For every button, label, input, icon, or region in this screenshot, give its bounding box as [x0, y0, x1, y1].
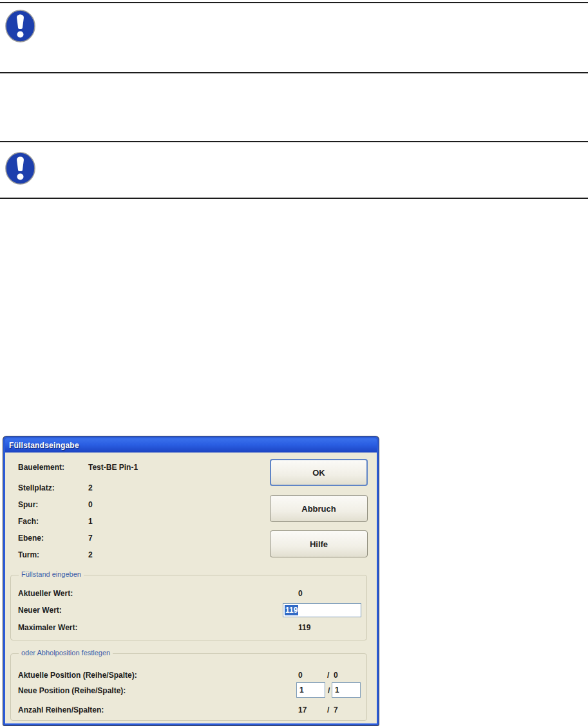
fach-label: Fach: — [18, 517, 39, 526]
neue-position-spalte-input[interactable] — [332, 682, 361, 698]
spur-value: 0 — [88, 500, 93, 509]
abbruch-button[interactable]: Abbruch — [270, 495, 368, 522]
fuellstandseingabe-dialog: Füllstandseingabe Bauelement: Test-BE Pi… — [3, 436, 379, 725]
stellplatz-label: Stellplatz: — [18, 483, 55, 492]
anzahl-label: Anzahl Reihen/Spalten: — [18, 705, 104, 714]
aktuelle-position-spalte-value: 0 — [334, 671, 338, 680]
separator-line — [0, 72, 588, 73]
slash-separator: / — [327, 671, 329, 680]
manual-page: { "page": { "note_icon": "exclamation-no… — [0, 0, 588, 728]
exclamation-notice-icon — [5, 152, 35, 185]
aktuelle-position-label: Aktuelle Position (Reihe/Spalte): — [18, 671, 137, 680]
maximaler-wert-label: Maximaler Wert: — [18, 623, 77, 632]
neuer-wert-label: Neuer Wert: — [18, 606, 62, 615]
selected-text: 119 — [285, 605, 298, 615]
bauelement-value: Test-BE Pin-1 — [88, 463, 138, 472]
neuer-wert-input[interactable]: 119 — [283, 603, 361, 617]
exclamation-notice-icon — [5, 10, 35, 42]
ebene-label: Ebene: — [18, 534, 44, 543]
slash-separator: / — [327, 705, 329, 714]
group-title: Füllstand eingeben — [19, 570, 84, 578]
maximaler-wert-value: 119 — [298, 623, 310, 632]
dialog-content: Bauelement: Test-BE Pin-1 Stellplatz: 2 … — [5, 453, 377, 723]
turm-label: Turm: — [18, 550, 39, 559]
anzahl-reihen-value: 17 — [298, 705, 307, 714]
stellplatz-value: 2 — [88, 483, 93, 492]
aktueller-wert-value: 0 — [298, 589, 303, 598]
aktueller-wert-label: Aktueller Wert: — [18, 589, 73, 598]
dialog-titlebar[interactable]: Füllstandseingabe — [5, 438, 377, 453]
dialog-title: Füllstandseingabe — [5, 441, 79, 450]
neue-position-reihe-input[interactable] — [296, 682, 325, 698]
slash-separator: / — [328, 686, 330, 695]
separator-line — [0, 141, 588, 142]
neue-position-label: Neue Position (Reihe/Spalte): — [18, 686, 126, 695]
spur-label: Spur: — [18, 500, 38, 509]
bauelement-label: Bauelement: — [18, 463, 64, 472]
anzahl-spalten-value: 7 — [334, 705, 338, 714]
separator-line — [0, 198, 588, 199]
turm-value: 2 — [88, 550, 93, 559]
group-title: oder Abholposition festlegen — [19, 649, 113, 657]
fach-value: 1 — [88, 517, 93, 526]
separator-line — [0, 2, 588, 3]
ok-button[interactable]: OK — [270, 459, 368, 486]
ebene-value: 7 — [88, 534, 93, 543]
aktuelle-position-reihe-value: 0 — [298, 671, 303, 680]
hilfe-button[interactable]: Hilfe — [270, 530, 368, 557]
